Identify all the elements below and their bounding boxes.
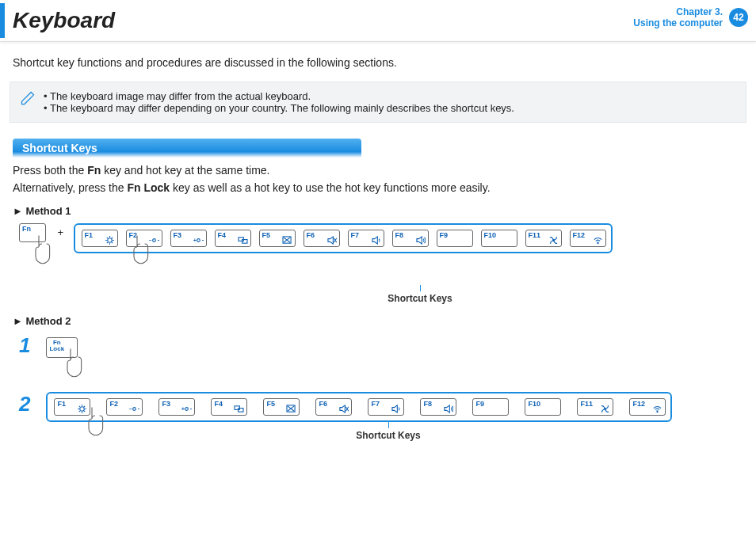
key-f9: F9 — [472, 398, 509, 416]
key-f8: F8 — [420, 398, 456, 416]
svg-point-11 — [133, 408, 136, 411]
page-header: Keyboard Chapter 3. Using the computer 4… — [0, 3, 756, 38]
key-f7: F7 — [348, 230, 384, 247]
volume-down-icon — [371, 236, 381, 245]
blank-icon — [495, 405, 506, 413]
paragraph-fn: Press both the Fn key and hot key at the… — [13, 164, 743, 177]
fn-bold: Fn — [87, 164, 101, 177]
key-f4: F4 — [211, 398, 247, 416]
volume-down-icon — [391, 405, 401, 413]
para1-a: Press both the — [13, 164, 87, 177]
key-f8: F8 — [392, 230, 429, 247]
key-f10: F10 — [481, 230, 517, 247]
key-f4: F4 — [215, 230, 251, 247]
wifi-icon — [593, 236, 603, 245]
svg-point-19 — [657, 412, 658, 412]
paragraph-fnlock: Alternatively, press the Fn Lock key as … — [13, 181, 743, 194]
divider — [0, 41, 756, 42]
key-f5: F5 — [263, 398, 300, 416]
key-f10: F10 — [525, 398, 561, 416]
plus-symbol: + — [57, 226, 63, 238]
caption-tick — [420, 285, 421, 291]
touchpad-off-icon — [282, 236, 292, 245]
note-item-2: The keyboard may differ depending on you… — [44, 102, 735, 114]
settings-icon — [105, 236, 115, 245]
key-f5: F5 — [259, 230, 296, 247]
key-f6: F6 — [315, 398, 352, 416]
row2-caption: Shortcut Keys — [356, 430, 420, 441]
display-switch-icon — [238, 236, 248, 245]
volume-up-icon — [415, 236, 426, 245]
key-f6: F6 — [304, 230, 340, 247]
blank-icon — [504, 236, 514, 245]
volume-up-icon — [443, 405, 453, 413]
para1-b: key and hot key at the same time. — [101, 164, 269, 177]
method1-diagram: Fn + F1F2−F3+F4F5F6F7F8F9F10F11F12 — [19, 223, 756, 285]
blank-icon — [460, 236, 470, 245]
method1-heading: Method 1 — [13, 205, 743, 217]
caption-tick — [388, 422, 389, 428]
svg-text:+: + — [182, 406, 185, 412]
method2-step2-diagram: 2 F1F2−F3+F4F5F6F7F8F9F10F11F12 — [19, 392, 756, 422]
svg-point-13 — [185, 408, 189, 411]
row1-caption: Shortcut Keys — [388, 293, 452, 304]
key-f3: F3+ — [158, 398, 195, 416]
key-f3: F3+ — [170, 230, 207, 247]
row2-caption-block: Shortcut Keys — [71, 422, 705, 441]
svg-point-3 — [197, 239, 200, 242]
note-icon — [20, 90, 36, 106]
display-switch-icon — [234, 405, 244, 413]
fn-key: Fn — [19, 223, 46, 242]
key-f2: F2− — [106, 398, 143, 416]
section-title-shortcut-keys: Shortcut Keys — [13, 139, 361, 158]
function-key-row-1: F1F2−F3+F4F5F6F7F8F9F10F11F12 — [74, 223, 613, 253]
key-f12: F12 — [629, 398, 666, 416]
touchpad-off-icon — [286, 405, 296, 413]
wifi-icon — [652, 405, 662, 413]
key-f9: F9 — [437, 230, 473, 247]
method2-heading: Method 2 — [13, 315, 743, 327]
step-number-1: 1 — [19, 333, 43, 358]
key-f2: F2− — [126, 230, 162, 247]
key-f7: F7 — [368, 398, 404, 416]
key-f11: F11 — [525, 230, 562, 247]
header-right: Chapter 3. Using the computer 42 — [633, 6, 748, 29]
svg-point-1 — [152, 239, 155, 242]
svg-text:+: + — [193, 238, 197, 243]
note-box: The keyboard image may differ from the a… — [10, 82, 746, 123]
brightness-down-icon: − — [129, 405, 139, 413]
brightness-up-icon: + — [193, 236, 204, 245]
key-f11: F11 — [577, 398, 613, 416]
blank-icon — [548, 405, 558, 413]
settings-icon — [77, 405, 87, 413]
svg-point-0 — [107, 238, 112, 243]
step-number-2: 2 — [19, 392, 43, 416]
key-f1: F1 — [82, 230, 118, 247]
para2-a: Alternatively, press the — [13, 181, 127, 194]
mute-icon — [338, 405, 349, 413]
mute-icon — [326, 236, 337, 245]
fnlock-key: Fn Lock — [46, 337, 78, 358]
method2-step1-diagram: 1 Fn Lock — [19, 333, 756, 392]
fan-icon — [548, 236, 559, 245]
para2-b: key as well as a hot key to use the hot … — [170, 181, 490, 194]
row1-caption-block: Shortcut Keys — [119, 285, 721, 304]
fnlock-bold: Fn Lock — [127, 181, 170, 194]
svg-text:−: − — [149, 238, 152, 243]
brightness-down-icon: − — [149, 236, 159, 245]
brightness-up-icon: + — [181, 405, 192, 413]
key-f1: F1 — [54, 398, 90, 416]
chapter-line2: Using the computer — [633, 17, 723, 29]
svg-point-10 — [80, 407, 85, 412]
fan-icon — [600, 405, 610, 413]
function-key-row-2: F1F2−F3+F4F5F6F7F8F9F10F11F12 — [46, 392, 672, 422]
page-number-badge: 42 — [729, 8, 748, 27]
note-item-1: The keyboard image may differ from the a… — [44, 90, 735, 102]
svg-point-9 — [597, 243, 598, 244]
chapter-line1: Chapter 3. — [633, 6, 723, 17]
key-f12: F12 — [570, 230, 606, 247]
intro-paragraph: Shortcut key functions and procedures ar… — [13, 56, 743, 69]
svg-text:−: − — [130, 406, 133, 412]
chapter-label: Chapter 3. Using the computer — [633, 6, 723, 29]
